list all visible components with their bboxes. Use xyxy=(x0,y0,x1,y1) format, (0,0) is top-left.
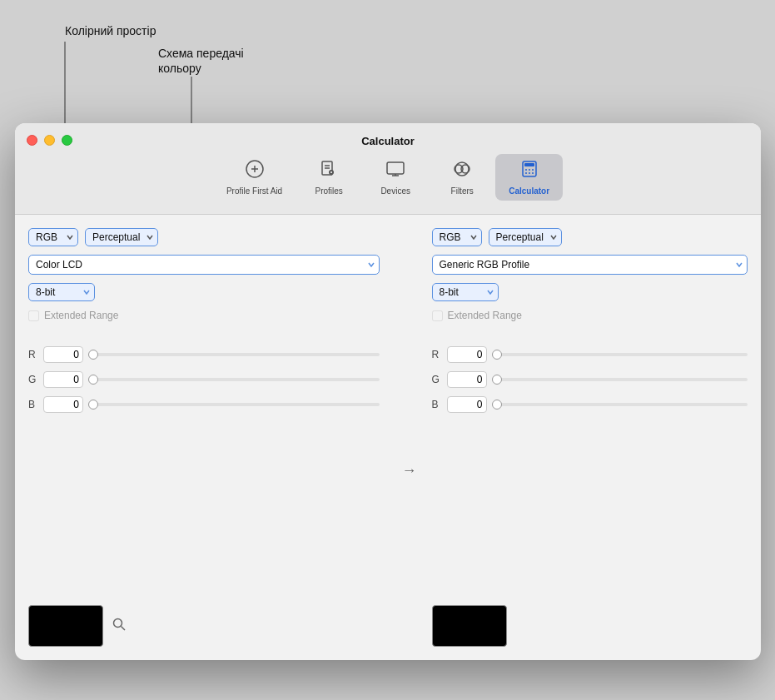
left-channel-r: R xyxy=(28,346,380,363)
profiles-icon xyxy=(319,159,339,184)
profiles-label: Profiles xyxy=(315,186,342,196)
right-b-slider[interactable] xyxy=(492,403,748,406)
left-color-space-select[interactable]: RGB xyxy=(28,228,78,246)
window-title: Calculator xyxy=(361,135,415,147)
svg-point-23 xyxy=(525,172,527,174)
svg-rect-12 xyxy=(387,162,404,174)
filters-icon xyxy=(452,159,472,184)
svg-point-22 xyxy=(532,169,534,171)
right-extended-range: Extended Range xyxy=(432,310,748,321)
right-channel-r: R xyxy=(432,346,748,363)
right-panel: RGB Perceptual Generic RGB Profile 8-bit xyxy=(422,228,748,647)
profile-first-aid-icon xyxy=(245,159,265,184)
right-section: → RGB Perceptual Generic RGB Profile xyxy=(397,228,748,647)
left-panel: RGB Perceptual Color LCD 8-bit xyxy=(28,228,390,647)
toolbar-item-devices[interactable]: Devices xyxy=(362,154,429,201)
right-g-label: G xyxy=(432,374,442,385)
devices-icon xyxy=(385,159,405,184)
left-b-slider[interactable] xyxy=(88,403,380,406)
filters-label: Filters xyxy=(451,186,474,196)
left-profile-row: Color LCD xyxy=(28,255,380,275)
svg-point-26 xyxy=(114,619,122,628)
right-bit-row: 8-bit xyxy=(432,283,748,301)
conversion-arrow: → xyxy=(397,295,422,647)
calculator-window: Calculator Profile First Aid xyxy=(15,123,761,660)
annotation-color-transfer: Схема передачікольору xyxy=(158,46,244,76)
toolbar-item-profiles[interactable]: Profiles xyxy=(296,154,362,201)
toolbar-item-filters[interactable]: Filters xyxy=(429,154,495,201)
calculator-icon xyxy=(519,159,539,184)
left-profile-select[interactable]: Color LCD xyxy=(28,255,380,275)
svg-point-24 xyxy=(529,172,530,174)
toolbar-item-calculator[interactable]: Calculator xyxy=(495,154,563,201)
svg-point-20 xyxy=(525,169,527,171)
left-bit-row: 8-bit xyxy=(28,283,380,301)
toolbar: Profile First Aid Profiles xyxy=(196,154,579,201)
svg-point-25 xyxy=(532,172,534,174)
right-bit-depth-select[interactable]: 8-bit xyxy=(432,283,499,301)
left-g-slider[interactable] xyxy=(88,378,380,381)
left-preview-row xyxy=(28,597,380,647)
traffic-lights xyxy=(27,135,72,146)
close-button[interactable] xyxy=(27,135,37,146)
left-r-input[interactable] xyxy=(43,346,83,363)
left-channel-g: G xyxy=(28,371,380,388)
devices-label: Devices xyxy=(380,186,410,196)
right-channel-g: G xyxy=(432,371,748,388)
right-extended-range-checkbox[interactable] xyxy=(432,310,443,321)
right-extended-range-label: Extended Range xyxy=(448,310,522,321)
left-r-slider[interactable] xyxy=(88,353,380,356)
svg-point-15 xyxy=(455,162,469,176)
profile-first-aid-label: Profile First Aid xyxy=(226,186,282,196)
right-profile-select[interactable]: Generic RGB Profile xyxy=(432,255,748,275)
left-channel-b: B xyxy=(28,396,380,413)
left-color-swatch xyxy=(28,605,103,647)
left-b-label: B xyxy=(28,399,38,410)
right-rendering-intent-select[interactable]: Perceptual xyxy=(489,228,562,246)
right-channel-b: B xyxy=(432,396,748,413)
left-select-row: RGB Perceptual xyxy=(28,228,380,246)
right-b-label: B xyxy=(432,399,442,410)
right-preview-row xyxy=(432,597,748,647)
right-color-space-select[interactable]: RGB xyxy=(432,228,482,246)
right-r-label: R xyxy=(432,349,442,360)
right-profile-row: Generic RGB Profile xyxy=(432,255,748,275)
annotation-color-space: Колірний простір xyxy=(65,23,156,38)
svg-point-21 xyxy=(529,169,530,171)
titlebar: Calculator Profile First Aid xyxy=(15,123,761,215)
toolbar-item-profile-first-aid[interactable]: Profile First Aid xyxy=(213,154,296,201)
right-color-swatch xyxy=(432,605,507,647)
search-button[interactable] xyxy=(112,617,127,635)
minimize-button[interactable] xyxy=(44,135,55,146)
left-g-label: G xyxy=(28,374,38,385)
fullscreen-button[interactable] xyxy=(62,135,72,146)
right-select-row: RGB Perceptual xyxy=(432,228,748,246)
left-g-input[interactable] xyxy=(43,371,83,388)
left-extended-range: Extended Range xyxy=(28,310,380,321)
left-extended-range-checkbox[interactable] xyxy=(28,310,39,321)
right-b-input[interactable] xyxy=(447,396,487,413)
right-r-input[interactable] xyxy=(447,346,487,363)
svg-rect-19 xyxy=(524,163,534,166)
left-bit-depth-select[interactable]: 8-bit xyxy=(28,283,95,301)
left-extended-range-label: Extended Range xyxy=(44,310,118,321)
right-g-input[interactable] xyxy=(447,371,487,388)
left-r-label: R xyxy=(28,349,38,360)
right-r-slider[interactable] xyxy=(492,353,748,356)
content-area: RGB Perceptual Color LCD 8-bit xyxy=(15,215,761,660)
right-g-slider[interactable] xyxy=(492,378,748,381)
calculator-label: Calculator xyxy=(509,186,549,196)
svg-line-27 xyxy=(122,627,126,631)
left-b-input[interactable] xyxy=(43,396,83,413)
left-rendering-intent-select[interactable]: Perceptual xyxy=(85,228,158,246)
